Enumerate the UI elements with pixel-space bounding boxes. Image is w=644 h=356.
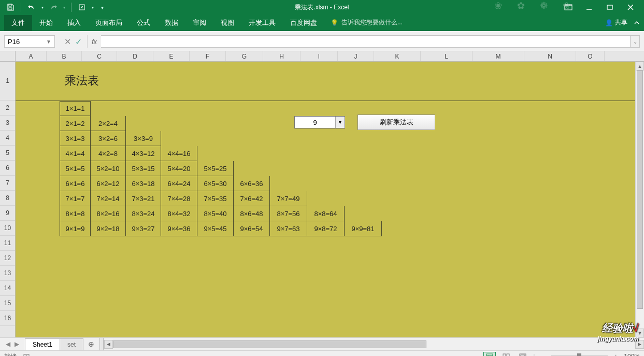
table-cell[interactable]: 1×1=1 xyxy=(60,101,91,116)
row-header-2[interactable]: 2 xyxy=(0,101,15,116)
macro-recorder-icon[interactable] xyxy=(23,353,30,356)
tab-review[interactable]: 审阅 xyxy=(185,15,213,31)
tab-view[interactable]: 视图 xyxy=(213,15,241,31)
column-header-E[interactable]: E xyxy=(153,51,190,61)
share-button[interactable]: 👤 共享 xyxy=(605,18,627,27)
sheet-nav-next-icon[interactable]: ▶ xyxy=(13,340,21,348)
save-icon[interactable] xyxy=(4,1,17,13)
table-cell[interactable]: 6×4=24 xyxy=(161,176,197,191)
table-cell[interactable]: 8×2=16 xyxy=(91,206,126,221)
column-header-K[interactable]: K xyxy=(374,51,421,61)
table-cell[interactable]: 6×2=12 xyxy=(91,176,126,191)
table-cell[interactable]: 9×6=54 xyxy=(234,221,270,236)
tab-insert[interactable]: 插入 xyxy=(60,15,88,31)
sheet-tab-set[interactable]: set xyxy=(60,338,83,350)
row-header-4[interactable]: 4 xyxy=(0,131,15,146)
row-header-3[interactable]: 3 xyxy=(0,116,15,131)
column-header-M[interactable]: M xyxy=(473,51,524,61)
table-cell[interactable]: 6×1=6 xyxy=(60,176,91,191)
table-cell[interactable]: 8×1=8 xyxy=(60,206,91,221)
view-normal-icon[interactable] xyxy=(483,352,496,356)
table-cell[interactable]: 4×1=4 xyxy=(60,146,91,161)
column-header-I[interactable]: I xyxy=(300,51,338,61)
table-cell[interactable]: 9×4=36 xyxy=(161,221,197,236)
column-header-C[interactable]: C xyxy=(82,51,117,61)
tab-developer[interactable]: 开发工具 xyxy=(241,15,283,31)
table-cell[interactable]: 2×2=4 xyxy=(91,116,126,131)
table-cell[interactable]: 5×2=10 xyxy=(91,161,126,176)
tab-file[interactable]: 文件 xyxy=(4,15,32,31)
scroll-left-icon[interactable]: ◀ xyxy=(104,340,113,349)
redo-icon[interactable] xyxy=(47,1,60,13)
table-cell[interactable]: 9×1=9 xyxy=(60,221,91,236)
column-header-A[interactable]: A xyxy=(16,51,47,61)
row-header-11[interactable]: 11 xyxy=(0,236,15,251)
table-cell[interactable]: 9×7=63 xyxy=(270,221,307,236)
table-cell[interactable]: 7×6=42 xyxy=(234,191,270,206)
table-cell[interactable]: 4×3=12 xyxy=(126,146,161,161)
maximize-icon[interactable] xyxy=(603,1,617,13)
row-header-1[interactable]: 1 xyxy=(0,62,15,101)
vertical-scroll-thumb[interactable] xyxy=(637,70,643,309)
tab-page-layout[interactable]: 页面布局 xyxy=(88,15,130,31)
table-cell[interactable]: 9×3=27 xyxy=(126,221,161,236)
table-cell[interactable]: 8×5=40 xyxy=(197,206,234,221)
row-header-10[interactable]: 10 xyxy=(0,221,15,236)
table-cell[interactable]: 7×2=14 xyxy=(91,191,126,206)
scroll-up-icon[interactable]: ▲ xyxy=(636,62,644,70)
touch-dropdown-icon[interactable]: ▾ xyxy=(90,1,95,13)
table-cell[interactable]: 8×4=32 xyxy=(161,206,197,221)
zoom-out-button[interactable]: − xyxy=(539,353,547,356)
name-box-dropdown-icon[interactable]: ▼ xyxy=(46,39,51,45)
column-header-O[interactable]: O xyxy=(576,51,605,61)
column-header-G[interactable]: G xyxy=(226,51,263,61)
table-cell[interactable]: 7×1=7 xyxy=(60,191,91,206)
table-cell[interactable]: 6×5=30 xyxy=(197,176,234,191)
table-cell[interactable]: 4×2=8 xyxy=(91,146,126,161)
table-cell[interactable]: 8×8=64 xyxy=(307,206,345,221)
table-cell[interactable]: 7×4=28 xyxy=(161,191,197,206)
table-cell[interactable]: 3×1=3 xyxy=(60,131,91,146)
row-header-13[interactable]: 13 xyxy=(0,266,15,281)
horizontal-scrollbar[interactable]: ◀ ▶ xyxy=(104,340,644,349)
table-cell[interactable]: 3×3=9 xyxy=(126,131,161,146)
row-header-6[interactable]: 6 xyxy=(0,161,15,176)
scroll-down-icon[interactable]: ▼ xyxy=(636,329,644,337)
table-cell[interactable]: 4×4=16 xyxy=(161,146,197,161)
undo-icon[interactable] xyxy=(25,1,38,13)
table-cell[interactable]: 9×9=81 xyxy=(345,221,382,236)
add-sheet-button[interactable]: ⊕ xyxy=(83,340,99,348)
size-combo-box[interactable]: 9 ▼ xyxy=(294,116,345,129)
cancel-formula-icon[interactable]: ✕ xyxy=(64,37,71,47)
table-cell[interactable]: 8×7=56 xyxy=(270,206,307,221)
undo-dropdown-icon[interactable]: ▾ xyxy=(40,1,45,13)
table-cell[interactable]: 5×3=15 xyxy=(126,161,161,176)
column-header-J[interactable]: J xyxy=(338,51,374,61)
tab-baidu[interactable]: 百度网盘 xyxy=(283,15,324,31)
table-cell[interactable]: 7×3=21 xyxy=(126,191,161,206)
column-header-B[interactable]: B xyxy=(47,51,82,61)
table-cell[interactable]: 6×6=36 xyxy=(234,176,270,191)
table-cell[interactable]: 7×5=35 xyxy=(197,191,234,206)
vertical-scrollbar[interactable]: ▲ ▼ xyxy=(635,62,644,337)
refresh-table-button[interactable]: 刷新乘法表 xyxy=(357,115,435,130)
qat-customize-icon[interactable]: ▾ xyxy=(97,1,107,13)
row-header-14[interactable]: 14 xyxy=(0,281,15,296)
table-cell[interactable]: 9×5=45 xyxy=(197,221,234,236)
tell-me-search[interactable]: 💡 告诉我您想要做什么... xyxy=(331,18,403,27)
cells-area[interactable]: 乘法表 1×1=12×1=22×2=43×1=33×2=63×3=94×1=44… xyxy=(16,62,644,337)
select-all-corner[interactable] xyxy=(0,51,16,61)
view-page-layout-icon[interactable] xyxy=(500,352,512,356)
table-cell[interactable]: 5×1=5 xyxy=(60,161,91,176)
accept-formula-icon[interactable]: ✓ xyxy=(75,37,82,47)
table-cell[interactable]: 5×4=20 xyxy=(161,161,197,176)
sheet-nav-prev-icon[interactable]: ◀ xyxy=(4,340,12,348)
tab-scroll-splitter[interactable] xyxy=(99,338,104,350)
ribbon-options-icon[interactable] xyxy=(561,1,576,13)
column-header-F[interactable]: F xyxy=(190,51,226,61)
touch-mode-icon[interactable] xyxy=(76,1,88,13)
table-cell[interactable]: 9×2=18 xyxy=(91,221,126,236)
table-cell[interactable]: 8×6=48 xyxy=(234,206,270,221)
table-cell[interactable]: 7×7=49 xyxy=(270,191,307,206)
minimize-icon[interactable] xyxy=(582,1,596,13)
